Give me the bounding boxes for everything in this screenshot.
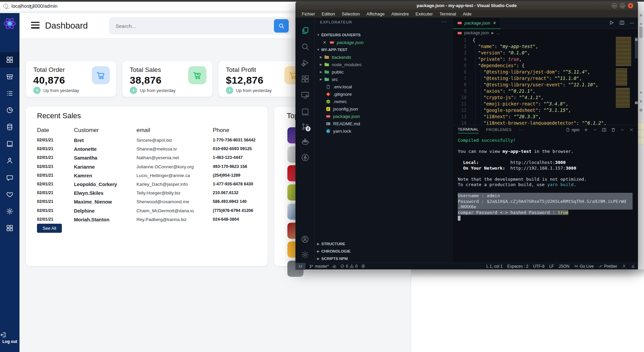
menu-toggle-button[interactable] bbox=[31, 22, 40, 29]
table-row[interactable]: 02/01/21KamrenLucio_Hettinger@annie.ca(2… bbox=[26, 173, 268, 182]
file-yarn-lock[interactable]: yarn.lock bbox=[315, 127, 453, 135]
sidebar-item-database[interactable] bbox=[0, 119, 19, 135]
feedback-bolt-icon[interactable] bbox=[361, 264, 365, 268]
status-lf[interactable]: LF bbox=[549, 264, 554, 269]
status-utf-8[interactable]: UTF-8 bbox=[533, 264, 545, 269]
run-button[interactable] bbox=[609, 20, 614, 26]
book-icon[interactable] bbox=[301, 107, 310, 116]
editor-scrollbar[interactable] bbox=[635, 37, 638, 125]
close-icon[interactable]: ✕ bbox=[639, 13, 643, 18]
new-terminal-button[interactable] bbox=[583, 127, 589, 132]
file-src[interactable]: ▶src bbox=[315, 76, 453, 83]
status-json[interactable]: JSON bbox=[559, 264, 569, 269]
browser-reload-button[interactable]: ↻ bbox=[28, 4, 35, 11]
account-icon[interactable] bbox=[301, 235, 310, 244]
app-logo-icon[interactable] bbox=[3, 16, 17, 31]
sidebar-item-list[interactable] bbox=[0, 86, 19, 101]
gear-icon[interactable] bbox=[301, 251, 310, 259]
scroll-up-icon[interactable]: ▲ bbox=[639, 21, 643, 26]
tab-package-json[interactable]: package.json ✕ bbox=[453, 17, 501, 29]
explorer-more-icon[interactable]: ··· bbox=[441, 19, 447, 24]
file--gitignore[interactable]: .gitignore bbox=[315, 90, 453, 98]
browser-back-button[interactable]: ← bbox=[4, 4, 11, 11]
search-input[interactable] bbox=[115, 18, 263, 34]
file--env-local[interactable]: .env.local bbox=[315, 83, 453, 90]
kill-terminal-button[interactable] bbox=[611, 127, 616, 132]
section-project-root[interactable]: ▼MY-APP-TEST bbox=[317, 46, 347, 53]
table-row[interactable]: 02/01/21SamanthaNathan@yesenia.net1-463-… bbox=[26, 155, 268, 164]
screencast-icon[interactable] bbox=[622, 264, 626, 268]
more-actions-button[interactable]: ⋯ bbox=[630, 20, 635, 26]
menu-fichier[interactable]: Fichier bbox=[299, 11, 318, 17]
shell-selector[interactable]: npm bbox=[566, 128, 579, 132]
status-espaces-2[interactable]: Espaces : 2 bbox=[507, 264, 528, 269]
files-icon[interactable] bbox=[301, 26, 310, 35]
menu-affichage[interactable]: Affichage bbox=[363, 11, 388, 17]
maximize-panel-button[interactable] bbox=[620, 127, 625, 132]
debug-icon[interactable] bbox=[301, 58, 310, 67]
vscode-title-bar[interactable]: package.json - my-app-test - Visual Stud… bbox=[295, 1, 638, 10]
tab-close-icon[interactable]: ✕ bbox=[493, 20, 496, 26]
sidebar-item-user[interactable] bbox=[0, 153, 19, 168]
gear-icon[interactable]: ⚙ bbox=[639, 108, 643, 113]
table-row[interactable]: 02/01/21KarianneJulianne.OConner@kory.or… bbox=[26, 164, 268, 173]
remote-icon[interactable] bbox=[301, 91, 310, 99]
terminal-tab-terminal[interactable]: TERMINAL bbox=[458, 127, 479, 133]
code-editor[interactable]: 1{2 "name": "my-app-test",3 "version": "… bbox=[453, 37, 638, 125]
scroll-down-icon[interactable]: ▼ bbox=[639, 90, 643, 95]
file-node-modules[interactable]: ▶node_modules bbox=[315, 61, 453, 68]
status-l-1-col-1[interactable]: L 1, col 1 bbox=[486, 264, 502, 269]
table-row[interactable]: 02/01/21Leopoldo_CorkeryKarley_Dach@jasp… bbox=[26, 182, 268, 190]
menu-exécuter[interactable]: Exécuter bbox=[412, 11, 436, 17]
table-row[interactable]: 02/01/21Elwyn.SkilesTelly.Hoeger@billy.b… bbox=[26, 190, 268, 199]
close-panel-button[interactable] bbox=[629, 127, 634, 132]
search-icon[interactable] bbox=[301, 42, 310, 51]
file-public[interactable]: ▶public bbox=[315, 68, 453, 76]
table-row[interactable]: 02/01/21BretSincere@april.biz1-770-736-8… bbox=[26, 138, 268, 146]
logout-button[interactable]: Log out bbox=[0, 332, 19, 344]
problems-indicator[interactable]: 00 bbox=[340, 264, 357, 269]
file-jsconfig-json[interactable]: JSjsconfig.json bbox=[315, 105, 453, 113]
search-button[interactable] bbox=[274, 19, 289, 33]
close-button[interactable]: ✕ bbox=[628, 3, 633, 8]
file--nvmrc[interactable]: JS.nvmrc bbox=[315, 98, 453, 105]
close-icon[interactable]: ✕ bbox=[639, 99, 643, 104]
menu-edition[interactable]: Edition bbox=[319, 11, 338, 17]
file-backends[interactable]: ▶backends bbox=[315, 53, 453, 61]
sidebar-item-book[interactable] bbox=[0, 136, 19, 151]
close-icon[interactable]: ✕ bbox=[323, 40, 326, 45]
section-open-editors[interactable]: ▼ÉDITEURS OUVERTS bbox=[317, 31, 361, 39]
notifications-bell-icon[interactable] bbox=[631, 264, 635, 268]
maximize-button[interactable]: □ bbox=[620, 3, 625, 8]
terminal-tab-problèmes[interactable]: PROBLÈMES bbox=[486, 128, 512, 133]
table-row[interactable]: 02/01/21Maxime_NienowSherwood@rosamond.m… bbox=[26, 199, 268, 208]
menu-terminal[interactable]: Terminal bbox=[437, 11, 459, 17]
sidebar-item-chat[interactable] bbox=[0, 170, 19, 185]
browser-forward-button[interactable]: → bbox=[15, 4, 23, 11]
section-scripts-npm[interactable]: ▶SCRIPTS NPM bbox=[317, 255, 348, 262]
status-prettier[interactable]: Prettier bbox=[598, 264, 617, 269]
table-row[interactable]: 02/01/21DelphineChaim_McDermott@dana.io(… bbox=[26, 208, 268, 217]
menu-aide[interactable]: Aide bbox=[460, 11, 475, 17]
sidebar-item-heart[interactable] bbox=[0, 187, 19, 202]
see-all-button[interactable]: See All bbox=[37, 224, 62, 233]
section-structure[interactable]: ▶STRUCTURE bbox=[317, 240, 345, 248]
section-chronologie[interactable]: ▶CHRONOLOGIE bbox=[317, 248, 351, 255]
file-package-json[interactable]: package.json bbox=[315, 113, 453, 120]
terminal-more-icon[interactable]: ··· bbox=[519, 128, 523, 133]
sidebar-item-pie[interactable] bbox=[0, 102, 19, 118]
scrollbar-thumb[interactable] bbox=[639, 27, 643, 38]
table-row[interactable]: 02/01/21Moriah.StantonRey.Padberg@karina… bbox=[26, 217, 268, 226]
open-editor-package-json[interactable]: ✕package.json bbox=[315, 39, 453, 46]
minimap[interactable] bbox=[616, 37, 633, 107]
sidebar-item-archive[interactable] bbox=[0, 69, 19, 85]
git-branch-indicator[interactable]: master* bbox=[309, 264, 329, 269]
file-readme-md[interactable]: M↓README.md bbox=[315, 120, 453, 127]
remote-indicator[interactable] bbox=[295, 263, 306, 270]
menu-sélection[interactable]: Sélection bbox=[339, 11, 363, 17]
breadcrumb-file[interactable]: package.json bbox=[464, 31, 489, 35]
status-go-live[interactable]: Go Live bbox=[574, 264, 594, 269]
extensions-icon[interactable] bbox=[301, 75, 310, 83]
terminal-dropdown-button[interactable] bbox=[593, 127, 598, 132]
docker-icon[interactable] bbox=[301, 137, 310, 146]
